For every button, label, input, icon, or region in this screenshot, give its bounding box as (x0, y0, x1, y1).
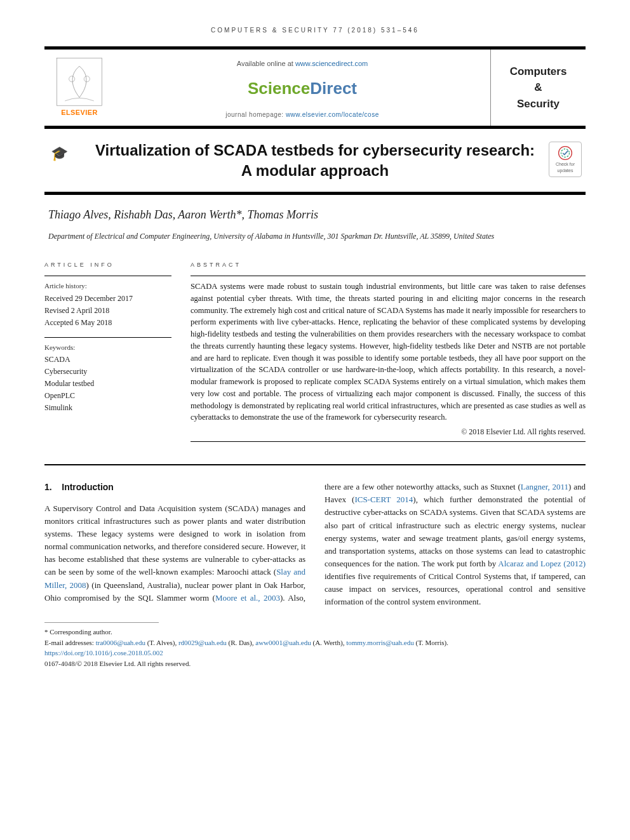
citation-link[interactable]: Alcaraz and Lopez (2012) (498, 559, 586, 568)
keyword: Modular testbed (44, 378, 171, 389)
crossmark-badge[interactable]: Check for updates (549, 142, 582, 177)
section-heading: 1. Introduction (44, 481, 305, 495)
corresponding-author-note: * Corresponding author. (44, 627, 586, 637)
footnotes: * Corresponding author. E-mail addresses… (44, 627, 586, 669)
journal-name-box: Computers & Security (490, 50, 586, 126)
body-paragraph: A Supervisory Control and Data Acquisiti… (44, 481, 586, 608)
hr (44, 337, 171, 338)
revised-date: Revised 2 April 2018 (44, 305, 171, 316)
svg-point-1 (69, 76, 75, 82)
citation-link[interactable]: Moore et al., 2003 (215, 593, 280, 603)
keyword: OpenPLC (44, 390, 171, 401)
svg-rect-0 (57, 58, 102, 106)
article-info-heading: ARTICLE INFO (44, 261, 171, 270)
authors-block: Thiago Alves, Rishabh Das, Aaron Werth*,… (44, 195, 586, 247)
author-email-link[interactable]: tommy.morris@uah.edu (346, 639, 414, 646)
article-meta-row: ARTICLE INFO Article history: Received 2… (44, 261, 586, 447)
available-online: Available online at www.sciencedirect.co… (121, 58, 484, 69)
keyword: Simulink (44, 402, 171, 413)
running-header: COMPUTERS & SECURITY 77 (2018) 531–546 (44, 25, 586, 46)
section-divider (44, 464, 586, 465)
paper-title: Virtualization of SCADA testbeds for cyb… (51, 140, 579, 182)
article-info-column: ARTICLE INFO Article history: Received 2… (44, 261, 171, 447)
header-center: Available online at www.sciencedirect.co… (114, 50, 490, 126)
keyword: Cybersecurity (44, 366, 171, 377)
journal-homepage-link[interactable]: www.elsevier.com/locate/cose (286, 111, 379, 118)
author-email-link[interactable]: tra0006@uah.edu (96, 639, 145, 646)
section-number: 1. (44, 482, 52, 492)
sciencedirect-logo: ScienceDirect (248, 76, 357, 101)
masthead: ELSEVIER Available online at www.science… (44, 46, 586, 129)
svg-text:ELSEVIER: ELSEVIER (61, 109, 97, 116)
received-date: Received 29 December 2017 (44, 293, 171, 304)
svg-point-2 (84, 76, 90, 82)
email-addresses: E-mail addresses: tra0006@uah.edu (T. Al… (44, 637, 586, 648)
keywords-label: Keywords: (44, 342, 171, 353)
abstract-column: ABSTRACT SCADA systems were made robust … (191, 261, 586, 447)
abstract-text: SCADA systems were made robust to sustai… (191, 281, 586, 423)
author-list: Thiago Alves, Rishabh Das, Aaron Werth*,… (48, 206, 582, 223)
keyword: SCADA (44, 354, 171, 365)
issn-copyright: 0167-4048/© 2018 Elsevier Ltd. All right… (44, 658, 586, 669)
doi-link[interactable]: https://doi.org/10.1016/j.cose.2018.05.0… (44, 649, 163, 657)
title-block: 🎓 Virtualization of SCADA testbeds for c… (44, 129, 586, 195)
graduation-cap-icon: 🎓 (51, 143, 68, 164)
hr (191, 276, 586, 276)
hr (44, 276, 171, 276)
keywords-block: Keywords: SCADA Cybersecurity Modular te… (44, 337, 171, 414)
citation-link[interactable]: Langner, 2011 (521, 482, 568, 491)
body-columns: 1. Introduction A Supervisory Control an… (44, 481, 586, 608)
author-email-link[interactable]: rd0029@uah.edu (178, 639, 227, 646)
journal-citation: COMPUTERS & SECURITY 77 (2018) 531–546 (211, 27, 419, 34)
journal-name: Computers & Security (510, 63, 567, 112)
author-email-link[interactable]: aww0001@uah.edu (255, 639, 311, 646)
abstract-heading: ABSTRACT (191, 261, 586, 270)
journal-homepage: journal homepage: www.elsevier.com/locat… (121, 110, 484, 119)
crossmark-icon (557, 145, 573, 161)
abstract-copyright: © 2018 Elsevier Ltd. All rights reserved… (191, 426, 586, 437)
accepted-date: Accepted 6 May 2018 (44, 317, 171, 328)
elsevier-logo: ELSEVIER (44, 50, 114, 126)
section-title: Introduction (62, 482, 114, 492)
footnote-rule (44, 622, 159, 623)
history-label: Article history: (44, 281, 171, 291)
sciencedirect-url-link[interactable]: www.sciencedirect.com (295, 60, 368, 67)
hr (191, 441, 586, 442)
citation-link[interactable]: ICS-CERT 2014 (354, 495, 413, 504)
affiliation: Department of Electrical and Computer En… (48, 231, 582, 242)
